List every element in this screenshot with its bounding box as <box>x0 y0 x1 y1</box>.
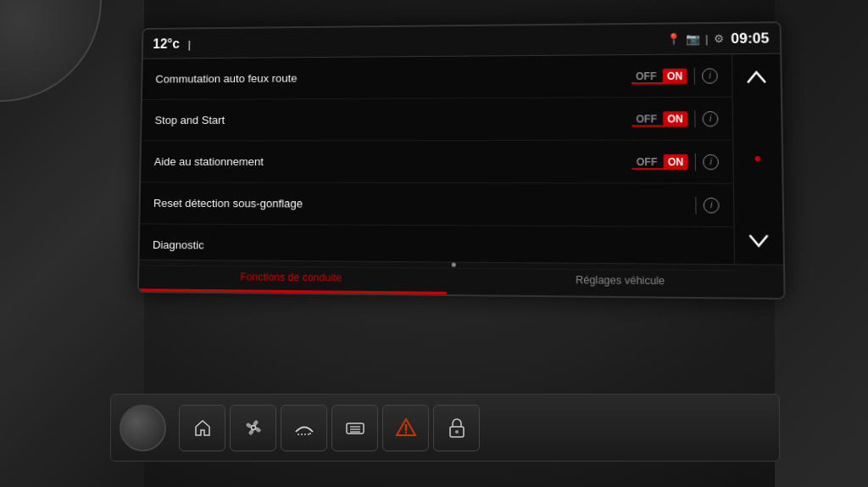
separator-4 <box>695 196 696 213</box>
tyre-reset-label: Reset détection sous-gonflage <box>153 197 688 211</box>
header-right: 📍 📷 | ⚙ 09:05 <box>667 30 770 48</box>
svg-point-12 <box>404 432 406 434</box>
fan-button[interactable] <box>230 405 276 451</box>
volume-knob[interactable] <box>120 405 166 451</box>
parking-aid-info[interactable]: i <box>703 154 719 169</box>
tyre-reset-info[interactable]: i <box>704 197 720 212</box>
diagnostic-label: Diagnostic <box>153 238 720 255</box>
tab-vehicle-label: Réglages véhicule <box>576 273 665 286</box>
auto-lights-toggle[interactable]: OFF ON <box>632 68 687 84</box>
menu-item-parking-aid[interactable]: Aide au stationnement OFF ON i <box>141 141 733 184</box>
scroll-up-button[interactable] <box>740 63 772 94</box>
nav-arrows <box>732 54 783 265</box>
auto-lights-info[interactable]: i <box>702 68 718 83</box>
tab-separator-dot <box>451 263 455 267</box>
steering-wheel-hint <box>0 0 102 102</box>
temperature-display: 12°c | <box>153 36 191 52</box>
stop-start-info[interactable]: i <box>703 111 719 126</box>
main-screen: 12°c | 📍 📷 | ⚙ 09:05 Commutation auto fe… <box>137 21 786 299</box>
auto-lights-label: Commutation auto feux route <box>155 70 632 85</box>
settings-icon: ⚙ <box>713 32 724 45</box>
tab-driving-label: Fonctions de conduite <box>240 271 342 283</box>
svg-point-0 <box>251 426 255 430</box>
control-panel <box>110 394 780 462</box>
screen-container: 12°c | 📍 📷 | ⚙ 09:05 Commutation auto fe… <box>131 24 776 295</box>
tab-vehicle[interactable]: Réglages véhicule <box>460 263 783 298</box>
menu-area: Commutation auto feux route OFF ON i Sto… <box>140 54 735 264</box>
parking-aid-label: Aide au stationnement <box>154 155 632 168</box>
separator-2 <box>694 110 695 127</box>
scroll-down-button[interactable] <box>743 224 775 255</box>
defrost-rear-button[interactable] <box>331 405 378 451</box>
home-button[interactable] <box>179 405 225 451</box>
screen-header: 12°c | 📍 📷 | ⚙ 09:05 <box>143 23 780 59</box>
menu-item-stop-start[interactable]: Stop and Start OFF ON i <box>142 98 732 142</box>
svg-point-14 <box>455 430 459 434</box>
scroll-indicator <box>755 156 760 161</box>
hazard-button[interactable] <box>382 405 429 451</box>
separator-3 <box>695 153 696 170</box>
screen-content: Commutation auto feux route OFF ON i Sto… <box>140 54 783 265</box>
right-panel <box>775 0 868 487</box>
auto-lights-underline <box>632 81 675 83</box>
stop-start-underline <box>632 125 675 126</box>
parking-aid-underline <box>632 168 676 170</box>
defrost-front-button[interactable] <box>281 405 327 451</box>
parking-aid-toggle[interactable]: OFF ON <box>632 154 688 169</box>
menu-item-auto-lights[interactable]: Commutation auto feux route OFF ON i <box>142 54 732 100</box>
clock-display: 09:05 <box>731 30 769 48</box>
bottom-tabs: Fonctions de conduite Réglages véhicule <box>139 260 784 298</box>
stop-start-label: Stop and Start <box>155 112 632 126</box>
separator-1 <box>694 67 695 84</box>
lock-button[interactable] <box>433 405 480 451</box>
stop-start-toggle[interactable]: OFF ON <box>632 111 687 126</box>
location-icon: 📍 <box>667 32 682 45</box>
status-icons: 📍 📷 | ⚙ <box>667 32 725 46</box>
tab-driving[interactable]: Fonctions de conduite <box>139 260 446 294</box>
menu-item-tyre-reset[interactable]: Reset détection sous-gonflage i <box>140 182 733 227</box>
camera-icon: 📷 <box>686 32 700 45</box>
